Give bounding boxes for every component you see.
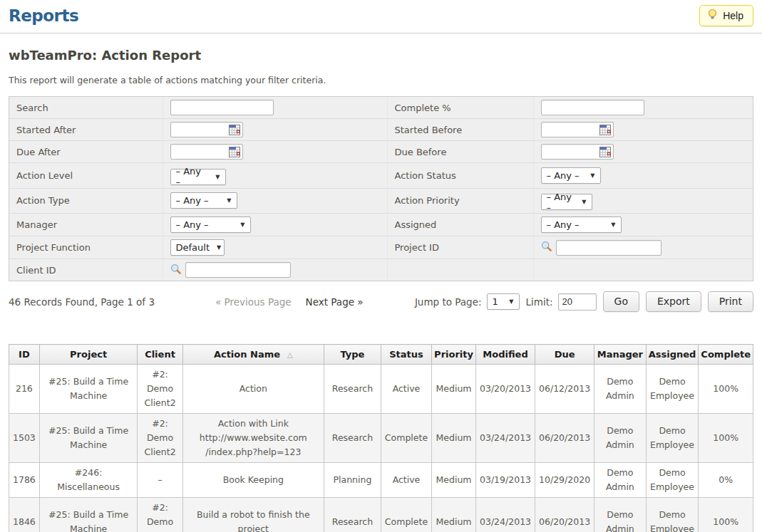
table-cell: Research <box>324 365 381 414</box>
table-cell: Medium <box>432 463 476 498</box>
table-cell: 1503 <box>9 414 40 463</box>
chevron-down-icon: ▼ <box>590 172 594 179</box>
table-cell: Demo Employee <box>646 498 699 532</box>
search-icon[interactable] <box>541 241 552 254</box>
column-header[interactable]: Action Name△ <box>182 345 324 365</box>
report-description: This report will generate a table of act… <box>9 75 753 85</box>
limit-input[interactable] <box>558 293 597 311</box>
table-body: 216#25: Build a Time Machine#2: Demo Cli… <box>9 365 753 532</box>
action-status-label: Action Status <box>387 163 533 189</box>
column-header[interactable]: Status <box>381 345 431 365</box>
calendar-icon[interactable] <box>229 147 240 160</box>
action-level-label: Action Level <box>9 163 163 189</box>
table-cell: Complete <box>381 498 431 532</box>
chevron-down-icon: ▼ <box>582 199 586 205</box>
column-header[interactable]: Priority <box>432 345 476 365</box>
manager-select[interactable]: – Any –▼ <box>170 217 251 233</box>
table-cell: 06/12/2013 <box>535 365 594 414</box>
due-before-label: Due Before <box>387 141 533 163</box>
table-row: 216#25: Build a Time Machine#2: Demo Cli… <box>9 365 753 414</box>
table-row: 1786#246: Miscellaneous–Book KeepingPlan… <box>9 463 753 498</box>
print-button[interactable]: Print <box>708 291 753 312</box>
chevron-down-icon: ▼ <box>227 197 231 204</box>
table-cell: Active <box>381 365 431 414</box>
actions-table: IDProjectClientAction Name△TypeStatusPri… <box>9 344 753 532</box>
page-title: Reports <box>9 6 78 26</box>
previous-page-link[interactable]: « Previous Page <box>215 296 292 308</box>
table-cell: 1786 <box>9 463 40 498</box>
calendar-icon[interactable] <box>599 147 611 160</box>
complete-input[interactable] <box>541 100 644 115</box>
table-cell: #2: Demo Client2 <box>138 498 182 532</box>
limit-label: Limit: <box>526 296 553 308</box>
table-cell: 10/29/2020 <box>535 463 594 498</box>
table-cell: Action <box>182 365 324 414</box>
jump-to-page-select[interactable]: 1▼ <box>487 293 520 310</box>
client-id-input[interactable] <box>185 262 291 278</box>
table-cell: 100% <box>699 365 753 414</box>
column-header[interactable]: Project <box>39 345 138 365</box>
table-cell: Medium <box>432 414 476 463</box>
table-cell: Planning <box>324 463 381 498</box>
column-header[interactable]: Complete <box>699 345 753 365</box>
table-cell: 216 <box>9 365 40 414</box>
assigned-label: Assigned <box>387 214 533 236</box>
search-icon[interactable] <box>170 264 182 277</box>
search-input[interactable] <box>170 100 274 115</box>
action-priority-select[interactable]: – Any –▼ <box>541 194 592 210</box>
project-function-select[interactable]: Default▼ <box>170 239 225 256</box>
pagination-bar: 46 Records Found, Page 1 of 3 « Previous… <box>9 291 753 313</box>
assigned-select[interactable]: – Any –▼ <box>541 217 622 233</box>
table-row: 1503#25: Build a Time Machine#2: Demo Cl… <box>9 414 753 463</box>
table-cell: Demo Employee <box>646 463 699 498</box>
go-button[interactable]: Go <box>603 291 639 312</box>
table-cell: 0% <box>699 463 753 498</box>
calendar-icon[interactable] <box>229 125 240 137</box>
column-header[interactable]: Manager <box>594 345 647 365</box>
top-bar: Reports Help <box>0 0 762 33</box>
column-header[interactable]: Client <box>138 345 182 365</box>
action-type-label: Action Type <box>9 188 163 214</box>
table-cell: Research <box>324 414 381 463</box>
table-cell: 06/20/2013 <box>535 498 594 532</box>
lightbulb-icon <box>707 9 718 22</box>
action-status-select[interactable]: – Any –▼ <box>541 167 601 184</box>
sort-asc-icon: △ <box>287 351 293 359</box>
project-id-input[interactable] <box>556 240 661 256</box>
chevron-down-icon: ▼ <box>509 298 513 305</box>
column-header[interactable]: ID <box>9 345 40 365</box>
column-header[interactable]: Type <box>324 345 381 365</box>
manager-label: Manager <box>9 214 163 236</box>
chevron-down-icon: ▼ <box>215 174 220 180</box>
due-after-label: Due After <box>9 141 163 163</box>
help-button[interactable]: Help <box>699 5 753 26</box>
export-button[interactable]: Export <box>646 291 701 312</box>
table-cell: Research <box>324 498 381 532</box>
action-type-select[interactable]: – Any –▼ <box>170 192 237 209</box>
table-cell: 06/20/2013 <box>535 414 594 463</box>
table-cell: 03/24/2013 <box>476 414 535 463</box>
calendar-icon[interactable] <box>599 125 611 137</box>
table-cell: Book Keeping <box>182 463 324 498</box>
client-id-label: Client ID <box>9 259 163 281</box>
table-cell: Medium <box>432 365 476 414</box>
column-header[interactable]: Assigned <box>646 345 699 365</box>
next-page-link[interactable]: Next Page » <box>306 296 364 308</box>
chevron-down-icon: ▼ <box>611 221 615 228</box>
table-cell: Medium <box>432 498 476 532</box>
started-before-label: Started Before <box>387 119 533 141</box>
help-button-label: Help <box>723 10 743 21</box>
chevron-down-icon: ▼ <box>217 244 221 251</box>
action-level-select[interactable]: – Any –▼ <box>170 169 226 185</box>
table-cell: #2: Demo Client2 <box>138 365 182 414</box>
column-header[interactable]: Modified <box>476 345 535 365</box>
table-cell: Action with Link http://www.website.com … <box>182 414 324 463</box>
project-id-label: Project ID <box>387 236 533 259</box>
report-title: wbTeamPro: Action Report <box>9 48 753 63</box>
search-label: Search <box>9 97 163 119</box>
table-cell: Demo Admin <box>594 365 647 414</box>
action-priority-label: Action Priority <box>387 188 533 214</box>
table-cell: Demo Admin <box>594 463 647 498</box>
column-header[interactable]: Due <box>535 345 594 365</box>
table-cell: Complete <box>381 414 431 463</box>
